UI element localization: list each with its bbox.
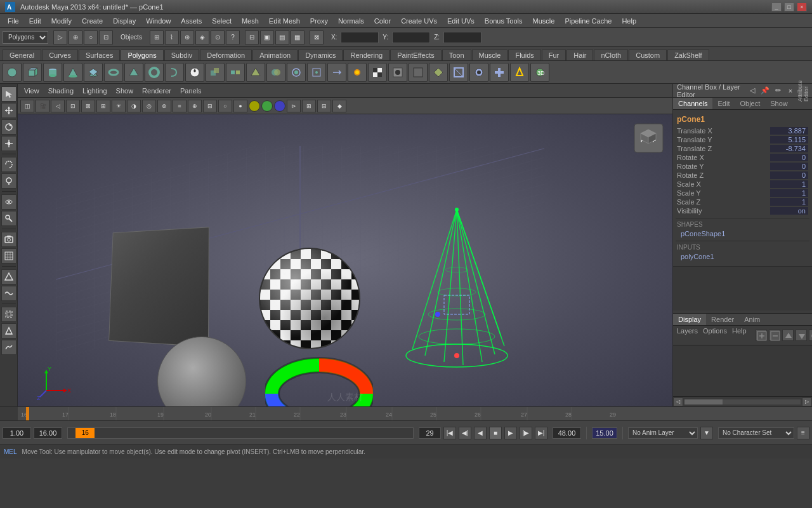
channel-box-pin-icon[interactable]: 📌 [760,86,770,96]
cb-tab-object[interactable]: Object [735,98,765,109]
vp-tb-camera[interactable]: 🎥 [36,100,49,112]
shelf-average-icon[interactable] [307,63,326,82]
menu-edit-uvs[interactable]: Edit UVs [442,16,480,26]
snap-curve-btn[interactable]: ⌇ [165,30,179,44]
show-ui-btn[interactable]: ⊠ [310,30,324,44]
layer-opt-layers[interactable]: Layers [677,327,698,344]
shelf-pipe-icon[interactable] [145,63,164,82]
shelf-misc6-icon[interactable] [510,63,529,82]
lasso-select-btn[interactable] [1,157,16,172]
channel-box-close-icon[interactable]: × [785,86,796,96]
shelf-paint-icon[interactable] [348,63,367,82]
shelf-cone-icon[interactable] [63,63,82,82]
sculpt-btn[interactable] [1,340,16,355]
viewport[interactable]: View Shading Lighting Show Renderer Pane… [18,84,672,406]
vp-menu-show[interactable]: Show [114,86,136,96]
layer-scrollbar[interactable]: ◁ ▷ [673,396,812,406]
anim-layer-dropdown-btn[interactable]: ▼ [700,427,713,439]
menu-create-uvs[interactable]: Create UVs [396,16,442,26]
mel-label[interactable]: MEL [4,448,17,455]
menu-muscle[interactable]: Muscle [528,16,560,26]
current-frame-input[interactable] [75,428,95,438]
scale-tool-btn[interactable] [1,136,16,151]
render-preview-btn[interactable]: ▣ [260,30,274,44]
cb-value-visibility[interactable]: on [770,207,808,215]
vp-tb-gamma[interactable]: ● [233,100,247,112]
menu-select[interactable]: Select [207,16,237,26]
menu-display[interactable]: Display [108,16,141,26]
stop-btn[interactable]: ■ [489,427,502,439]
cb-value-scale-x[interactable]: 1 [770,180,808,188]
show-grid-btn[interactable] [1,248,16,264]
paint-select-btn[interactable] [1,173,16,189]
shelf-tab-toon[interactable]: Toon [442,50,471,60]
snap-view-btn[interactable]: ? [226,30,240,44]
vp-tb-show-all[interactable]: ≡ [173,100,187,112]
shelf-misc7-icon[interactable]: 3D [530,63,549,82]
component-mode-btn[interactable]: ⊡ [99,30,113,44]
vp-tb-grid[interactable]: ⊞ [302,100,316,112]
vp-tb-shadow[interactable]: ◑ [127,100,141,112]
menu-bonus-tools[interactable]: Bonus Tools [480,16,528,26]
shelf-transfer-icon[interactable] [327,63,346,82]
shelf-tab-custom[interactable]: Custom [629,50,667,60]
layer-delete-icon[interactable] [769,330,780,341]
vp-tb-smooth[interactable]: ⊠ [81,100,95,112]
menu-proxy[interactable]: Proxy [305,16,333,26]
polygon-mode-dropdown[interactable]: Polygons [3,31,48,44]
layer-opt-help[interactable]: Help [732,327,747,344]
layer-select-icon[interactable] [809,330,812,341]
cb-value-rotate-z[interactable]: 0 [770,171,808,179]
shelf-cylinder-icon[interactable] [43,63,62,82]
vp-tb-prev[interactable]: ◁ [51,100,65,112]
ipr-render-btn[interactable]: ▤ [275,30,289,44]
shelf-boolean-icon[interactable] [266,63,285,82]
layer-down-icon[interactable] [796,330,807,341]
vp-tb-multi[interactable]: ⊟ [317,100,331,112]
shelf-helix-icon[interactable] [165,63,184,82]
menu-edit-mesh[interactable]: Edit Mesh [264,16,305,26]
cb-value-translate-z[interactable]: -8.734 [770,145,808,152]
render-btn[interactable]: ▦ [291,30,304,44]
current-time-input[interactable] [592,427,617,439]
shelf-checker-icon[interactable] [368,63,387,82]
vp-tb-texture[interactable]: ⊞ [96,100,110,112]
shelf-tab-dynamics[interactable]: Dynamics [298,50,343,60]
shelf-torus-icon[interactable] [104,63,123,82]
object-mode-btn[interactable]: ○ [84,30,98,44]
shelf-tab-animation[interactable]: Animation [252,50,298,60]
viewport-compass[interactable]: persp [631,121,666,156]
anim-layer-select[interactable]: No Anim Layer [628,427,698,439]
vp-tb-light[interactable]: ☀ [112,100,126,112]
shelf-prism-icon[interactable] [124,63,143,82]
play-back-btn[interactable]: ◀ [474,427,487,439]
maximize-button[interactable]: □ [784,3,794,11]
step-fwd-btn[interactable]: |▶ [520,427,532,439]
soft-select-btn[interactable] [1,194,16,210]
start-frame-input[interactable] [3,427,31,439]
scroll-thumb[interactable] [684,399,723,404]
cb-tab-edit[interactable]: Edit [712,98,735,109]
shelf-soccer-icon[interactable] [185,63,204,82]
shelf-tab-surfaces[interactable]: Surfaces [79,50,120,60]
artisan-btn[interactable] [1,211,16,226]
shelf-cube-icon[interactable] [23,63,42,82]
crease-btn[interactable] [1,286,16,301]
history-btn[interactable]: ⊟ [245,30,259,44]
titlebar-controls[interactable]: _ □ × [771,3,807,11]
menu-edit[interactable]: Edit [24,16,46,26]
move-tool-btn[interactable] [1,103,16,118]
vp-tb-xray[interactable]: ◎ [142,100,156,112]
vp-menu-view[interactable]: View [22,86,42,96]
go-to-end-btn[interactable]: ▶| [535,427,547,439]
cb-value-scale-y[interactable]: 1 [770,189,808,197]
shelf-tab-ncloth[interactable]: nCloth [594,50,628,60]
shelf-misc4-icon[interactable] [469,63,488,82]
minimize-button[interactable]: _ [771,3,782,11]
character-set-select[interactable]: No Character Set [718,427,794,439]
cb-value-translate-y[interactable]: 5.115 [770,136,808,144]
vp-tb-isolate[interactable]: ⊛ [157,100,171,112]
vp-tb-blue[interactable] [274,100,285,112]
shelf-extract-icon[interactable] [246,63,265,82]
wrap-btn[interactable] [1,323,16,338]
